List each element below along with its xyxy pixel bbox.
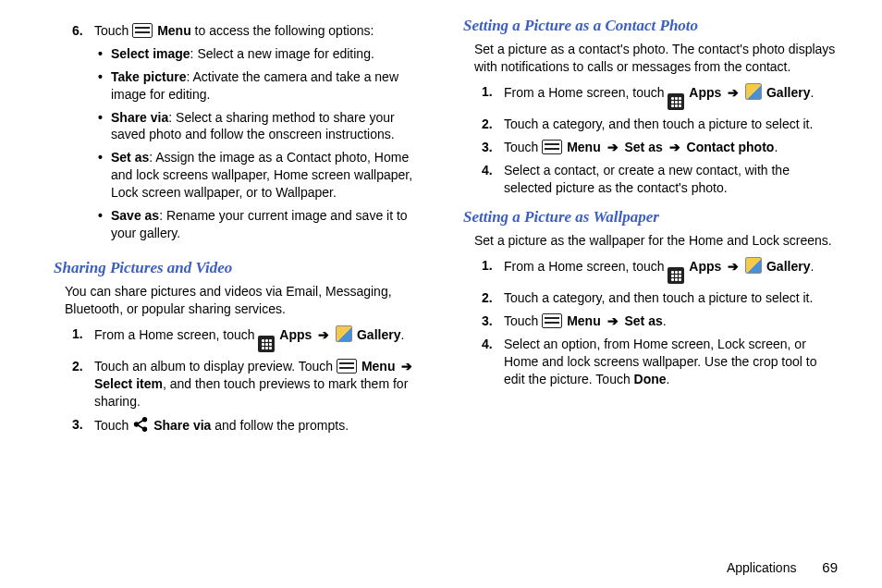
list-item: 3. Touch Menu ➔ Set as ➔ Contact photo. [482,139,838,156]
text: . [810,85,814,100]
step-body: Touch a category, and then touch a pictu… [504,289,838,307]
list-item: 2. Touch a category, and then touch a pi… [482,116,838,133]
text: and follow the prompts. [211,418,349,433]
step-body: From a Home screen, touch Apps ➔ Gallery… [94,325,428,353]
arrow-icon: ➔ [728,84,739,102]
wallpaper-intro: Set a picture as the wallpaper for the H… [474,232,838,250]
list-item: 1. From a Home screen, touch Apps ➔ Gall… [72,325,428,353]
step-number: 4. [482,162,504,179]
document-page: 6. Touch Menu to access the following op… [0,0,882,588]
svg-line-3 [138,420,143,423]
menu-icon [542,140,562,154]
step-body: From a Home screen, touch Apps ➔ Gallery… [504,257,838,285]
list-item: •Take picture: Activate the camera and t… [98,68,428,104]
bullet-icon: • [98,109,111,127]
step-number: 3. [482,139,504,156]
contactphoto-label: Contact photo [687,140,775,154]
option-title: Share via [111,110,168,125]
bullet-icon: • [98,45,111,63]
apps-label: Apps [689,85,721,100]
list-item: 4. Select a contact, or create a new con… [482,162,838,197]
gallery-label: Gallery [766,85,810,100]
right-column: Setting a Picture as a Contact Photo Set… [463,17,838,579]
list-item: 6. Touch Menu to access the following op… [72,22,428,248]
step-number: 4. [482,336,504,353]
apps-label: Apps [689,259,721,274]
menu-icon [542,313,562,328]
menu-icon [337,359,357,374]
option-title: Set as [111,150,149,165]
wallpaper-steps: 1. From a Home screen, touch Apps ➔ Gall… [482,257,838,388]
setas-label: Set as [624,313,662,328]
apps-icon [668,93,684,110]
share-icon [132,416,149,433]
list-item: •Save as: Rename your current image and … [98,207,428,242]
step-number: 3. [72,416,94,434]
step-body: Touch a category, and then touch a pictu… [504,116,838,133]
arrow-icon: ➔ [318,326,329,344]
step-number: 1. [482,83,504,101]
step-body: Touch Share via and follow the prompts. [94,416,428,435]
apps-icon [258,336,275,352]
text: . [400,327,404,342]
step-number: 6. [72,22,94,40]
step-number: 2. [482,116,504,133]
menu-label: Menu [567,140,601,154]
option-title: Take picture [111,69,186,84]
step-number: 2. [482,289,504,307]
bullet-icon: • [98,207,111,225]
setas-label: Set as [624,140,662,154]
arrow-icon: ➔ [401,358,412,375]
list-item: 4. Select an option, from Home screen, L… [482,336,838,388]
heading-sharing: Sharing Pictures and Video [54,259,428,277]
bullet-icon: • [98,149,111,166]
gallery-icon [745,257,762,274]
list-item: 2. Touch a category, and then touch a pi… [482,289,838,307]
gallery-icon [336,325,352,342]
step-number: 2. [72,358,94,375]
step-body: Touch Menu ➔ Set as. [504,312,838,330]
contact-steps: 1. From a Home screen, touch Apps ➔ Gall… [482,83,838,197]
text: Touch [94,418,132,433]
text: Touch an album to display preview. Touch [94,359,337,374]
list-item: 3. Touch Share via and follow the prompt… [72,416,428,435]
done-label: Done [634,372,667,386]
option-title: Save as [111,208,159,223]
step-body: Touch Menu to access the following optio… [94,22,428,248]
menu-label: Menu [157,23,191,38]
svg-line-4 [138,425,143,429]
share-via-label: Share via [153,418,211,433]
text: . [810,259,814,274]
text: . [774,140,778,154]
text: . [667,372,670,386]
menu-label: Menu [361,359,396,374]
bullet-icon: • [98,68,111,86]
gallery-label: Gallery [766,259,810,274]
left-column: 6. Touch Menu to access the following op… [54,17,428,579]
text: Touch [504,140,542,154]
text: to access the following options: [195,23,374,38]
list-item: 2. Touch an album to display preview. To… [72,358,428,410]
option-text: : Assign the image as a Contact photo, H… [111,150,412,200]
step-body: From a Home screen, touch Apps ➔ Gallery… [504,83,838,111]
text: . [663,313,667,328]
gallery-label: Gallery [357,327,400,342]
text: From a Home screen, touch [94,327,258,342]
step-body: Touch Menu ➔ Set as ➔ Contact photo. [504,139,838,156]
sharing-steps: 1. From a Home screen, touch Apps ➔ Gall… [72,325,428,435]
arrow-icon: ➔ [607,139,619,156]
step-number: 3. [482,312,504,330]
heading-wallpaper: Setting a Picture as Wallpaper [463,208,838,227]
option-text: : Select a new image for editing. [190,46,374,61]
list-item: 1. From a Home screen, touch Apps ➔ Gall… [482,257,838,285]
options-list: •Select image: Select a new image for ed… [98,45,428,242]
arrow-icon: ➔ [607,312,619,330]
step-number: 1. [72,325,94,343]
step-number: 1. [482,257,504,275]
list-item: 3. Touch Menu ➔ Set as. [482,312,838,330]
contact-intro: Set a picture as a contact's photo. The … [474,41,838,76]
step-6-list: 6. Touch Menu to access the following op… [72,22,428,248]
list-item: •Share via: Select a sharing method to s… [98,109,428,144]
list-item: •Select image: Select a new image for ed… [98,45,428,63]
heading-contact-photo: Setting a Picture as a Contact Photo [463,17,838,35]
